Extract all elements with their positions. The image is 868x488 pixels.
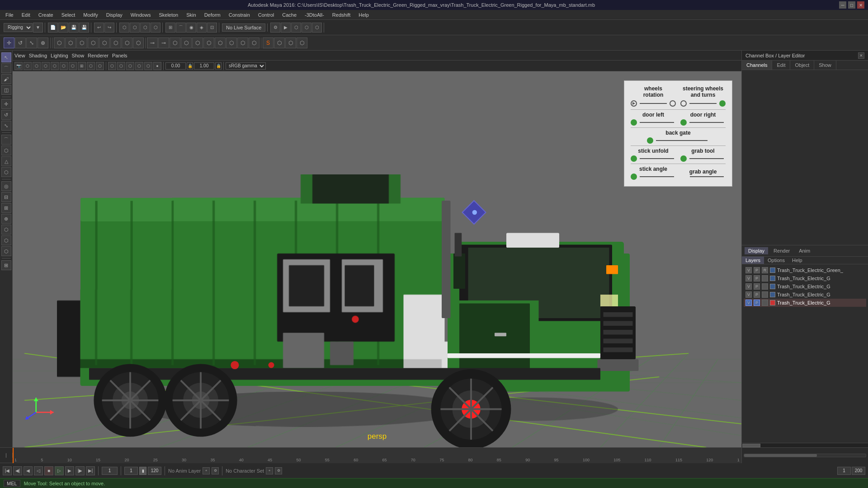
layer-r-5[interactable] xyxy=(762,300,768,306)
menu-redshift[interactable]: Redshift xyxy=(329,11,354,19)
menu-deform[interactable]: Deform xyxy=(201,11,224,19)
remove-joint-btn[interactable]: ⬡ xyxy=(203,38,214,48)
menu-skeleton[interactable]: Skeleton xyxy=(155,11,182,19)
vp-texture-btn[interactable]: ⬡ xyxy=(51,62,59,70)
lasso-btn[interactable]: ⬡ xyxy=(151,23,160,33)
layer-row-2[interactable]: V P Trash_Truck_Electric_G xyxy=(744,274,866,282)
vp-dof-btn[interactable]: ● xyxy=(153,62,161,70)
vp-frame-btn[interactable]: ⬡ xyxy=(126,62,134,70)
open-btn[interactable]: 📂 xyxy=(58,23,68,33)
vp-camera-btn[interactable]: 📷 xyxy=(14,62,23,70)
timeline-ruler[interactable]: 1 5 10 15 20 25 30 35 40 45 50 55 60 65 … xyxy=(13,448,741,463)
range-start-input[interactable] xyxy=(124,467,138,475)
vp-smooth-btn[interactable]: ⬡ xyxy=(42,62,50,70)
nonlinear-btn[interactable]: ⬡ xyxy=(133,38,144,48)
out-end-input[interactable] xyxy=(852,467,865,475)
menu-windows[interactable]: Windows xyxy=(127,11,155,19)
rig-play-btn[interactable]: ▶ xyxy=(631,100,637,107)
menu-create[interactable]: Create xyxy=(35,11,57,19)
rig-circle-2[interactable] xyxy=(680,100,687,107)
play-back-btn[interactable]: ◁ xyxy=(34,466,43,475)
constraint-btn[interactable]: ⊞ xyxy=(1,203,11,213)
prev-key-btn[interactable]: ◀| xyxy=(13,466,22,475)
lattice-btn[interactable]: ⬡ xyxy=(76,38,87,48)
layer-v-2[interactable]: V xyxy=(745,275,752,282)
subtab-display[interactable]: Display xyxy=(745,247,768,254)
vp-grid-btn[interactable]: ⊞ xyxy=(78,62,86,70)
subtab-render[interactable]: Render xyxy=(770,247,793,254)
rig-circle-4[interactable] xyxy=(631,119,637,126)
subtab-anim[interactable]: Anim xyxy=(795,247,814,254)
vp-menu-view[interactable]: View xyxy=(14,53,25,58)
subtab-help[interactable]: Help xyxy=(788,257,806,264)
save-btn[interactable]: 💾 xyxy=(69,23,79,33)
vp-wireframe-btn[interactable]: ⬡ xyxy=(33,62,41,70)
wire-btn[interactable]: ⬡ xyxy=(99,38,110,48)
anim-layer-settings-btn[interactable]: ⚙ xyxy=(212,467,219,474)
vp-color-btn[interactable]: ⬡ xyxy=(69,62,77,70)
menu-constrain[interactable]: Constrain xyxy=(225,11,254,19)
vp-menu-shading[interactable]: Shading xyxy=(29,53,47,58)
snap-surface-btn[interactable]: ◈ xyxy=(197,23,207,33)
render-settings-btn[interactable]: ⚙ xyxy=(270,23,280,33)
rig-circle-6[interactable] xyxy=(647,137,653,144)
vp-colorspace-select[interactable]: sRGB gamma xyxy=(226,62,266,70)
joint-btn[interactable]: ⬡ xyxy=(170,38,180,48)
menu-help[interactable]: Help xyxy=(355,11,373,19)
vp-value1-input[interactable] xyxy=(165,62,186,70)
deform-btn[interactable]: ⬡ xyxy=(1,225,11,235)
layer-r-3[interactable] xyxy=(762,283,768,290)
vp-hud-btn[interactable]: ⬡ xyxy=(96,62,104,70)
vp-motion-blur-btn[interactable]: ⬡ xyxy=(144,62,152,70)
ipr-btn[interactable]: ⬡ xyxy=(291,23,301,33)
menu-control[interactable]: Control xyxy=(255,11,278,19)
set-key-btn[interactable]: S xyxy=(263,38,274,48)
viewport-canvas[interactable]: persp wheelsrotation ▶ xyxy=(13,71,741,447)
render-view-btn[interactable]: ⬡ xyxy=(302,23,311,33)
connect-btn[interactable]: ⊕ xyxy=(1,214,11,224)
curve-tool-btn[interactable]: ⌒ xyxy=(1,135,11,145)
menu-3dtall[interactable]: -3DtoAll- xyxy=(301,11,328,19)
layer-p-1[interactable]: P xyxy=(754,267,760,273)
tab-show[interactable]: Show xyxy=(814,61,836,70)
go-start-btn[interactable]: |◀ xyxy=(3,466,12,475)
select-obj-btn[interactable]: ⬡ xyxy=(119,23,129,33)
char-set-settings-btn[interactable]: ⚙ xyxy=(275,467,282,474)
orient-joint-btn[interactable]: ⬡ xyxy=(249,38,259,48)
layer-p-3[interactable]: P xyxy=(754,283,760,290)
vp-res-btn[interactable]: ⬡ xyxy=(108,62,116,70)
prev-frame-btn[interactable]: ◀ xyxy=(24,466,33,475)
char-set-add-btn[interactable]: + xyxy=(266,467,273,474)
render-btn[interactable]: ▶ xyxy=(281,23,291,33)
out-start-input[interactable] xyxy=(837,467,851,475)
vp-aa-btn[interactable]: ⬡ xyxy=(87,62,95,70)
rig-circle-9[interactable] xyxy=(631,174,637,180)
rig-circle-1[interactable] xyxy=(670,100,676,107)
snap-plane-btn[interactable]: ⊡ xyxy=(207,23,217,33)
snap-point-btn[interactable]: ◉ xyxy=(186,23,196,33)
vp-menu-renderer[interactable]: Renderer xyxy=(88,53,108,58)
layer-p-2[interactable]: P xyxy=(754,275,760,282)
measure-btn[interactable]: ⊟ xyxy=(1,192,11,202)
expand-btn[interactable]: ⊞ xyxy=(1,260,11,270)
close-button[interactable]: ✕ xyxy=(857,1,864,9)
layers-scrollbar[interactable] xyxy=(742,443,868,447)
paint-sel-btn[interactable]: ⬡ xyxy=(140,23,150,33)
save-as-btn[interactable]: 💾 xyxy=(79,23,89,33)
menu-skin[interactable]: Skin xyxy=(183,11,199,19)
next-frame-btn[interactable]: ▶ xyxy=(65,466,74,475)
vp-isolate-btn[interactable]: ⬡ xyxy=(117,62,125,70)
scroll-thumb[interactable] xyxy=(742,444,760,447)
tab-object[interactable]: Object xyxy=(790,61,814,70)
vp-depth-btn[interactable]: ⬡ xyxy=(135,62,143,70)
layer-r-1[interactable]: R xyxy=(762,267,768,273)
hypershade-btn[interactable]: ⬡ xyxy=(312,23,322,33)
blend-btn[interactable]: ⬡ xyxy=(122,38,132,48)
maximize-button[interactable]: □ xyxy=(848,1,855,9)
anim-btn[interactable]: ⬡ xyxy=(1,246,11,256)
show-manip-btn[interactable]: ⊕ xyxy=(38,38,48,48)
subdiv-tool-btn[interactable]: ⬡ xyxy=(1,167,11,177)
auto-key-btn[interactable]: ⬡ xyxy=(285,38,296,48)
layer-r-4[interactable] xyxy=(762,291,768,298)
rig-circle-7[interactable] xyxy=(631,155,637,162)
